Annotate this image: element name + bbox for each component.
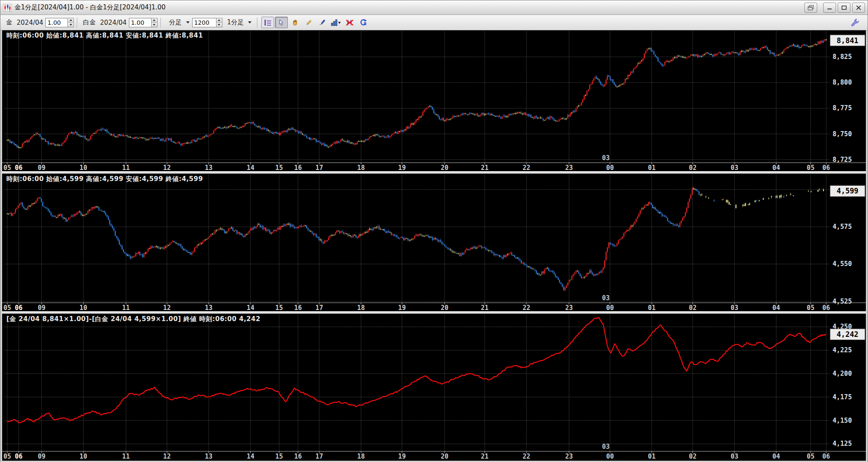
candle-body xyxy=(431,237,432,237)
candle-body xyxy=(619,86,620,86)
candle-body xyxy=(395,235,396,236)
pencil-draw-button[interactable] xyxy=(302,17,315,28)
close-button[interactable] xyxy=(852,3,865,13)
candle-body xyxy=(53,216,54,217)
candle-body xyxy=(522,263,523,263)
spread-chart-canvas[interactable]: 4,2504,2254,2004,1754,1504,1250506091011… xyxy=(2,314,866,461)
candle-body xyxy=(362,234,363,235)
trendline-draw-button[interactable] xyxy=(316,17,329,28)
cursor-select-button[interactable] xyxy=(275,17,288,28)
candle-body xyxy=(18,147,18,147)
candle-body xyxy=(403,130,404,132)
candle-body xyxy=(350,236,351,236)
candle-body xyxy=(455,117,456,117)
candle-body xyxy=(231,228,232,228)
platinum-multiplier-down-button[interactable] xyxy=(152,22,157,27)
candle-body xyxy=(281,132,282,133)
candlestick-clear-button[interactable] xyxy=(343,17,356,28)
candle-body xyxy=(682,218,683,221)
candle-body xyxy=(795,46,796,47)
candle-body xyxy=(454,116,455,117)
candle-body xyxy=(602,84,602,85)
candle-body xyxy=(474,115,475,115)
settings-wrench-button[interactable] xyxy=(849,17,862,28)
candle-body xyxy=(291,225,292,227)
candle-body xyxy=(643,58,643,61)
candle-body xyxy=(651,203,652,205)
gold-multiplier-input[interactable] xyxy=(45,18,67,27)
bar-count-down-button[interactable] xyxy=(216,22,222,27)
candle-body xyxy=(400,130,401,132)
candle-body xyxy=(664,62,665,65)
float-window-button[interactable] xyxy=(804,3,817,13)
candle-body xyxy=(494,253,494,255)
svg-text:R: R xyxy=(364,22,366,26)
candle-body xyxy=(751,48,751,50)
hand-pan-button[interactable] xyxy=(289,17,301,28)
maximize-icon xyxy=(842,6,847,10)
candle-body xyxy=(31,136,32,138)
time-axis-label: 12 xyxy=(163,304,171,311)
candle-body xyxy=(105,213,106,216)
candle-body xyxy=(148,249,149,251)
candle-body xyxy=(288,224,289,225)
candle-body xyxy=(544,120,545,120)
gold-multiplier-up-button[interactable] xyxy=(68,18,73,23)
bar-chart-menu-button[interactable] xyxy=(330,17,342,28)
candle-body xyxy=(27,140,28,142)
candle-body xyxy=(165,139,166,141)
bar-count-input[interactable] xyxy=(192,18,216,27)
candle-body xyxy=(102,129,103,129)
candle-body xyxy=(473,114,474,115)
maximize-button[interactable] xyxy=(838,3,850,13)
candle-body xyxy=(533,269,534,269)
time-axis-label: 21 xyxy=(481,304,488,311)
candle-body xyxy=(7,140,8,140)
candle-body xyxy=(199,243,200,244)
candle-body xyxy=(521,113,522,114)
minimize-button[interactable] xyxy=(823,3,836,13)
candle-body xyxy=(808,46,809,47)
candle-body xyxy=(112,134,113,135)
candle-body xyxy=(398,132,399,134)
candle-body xyxy=(310,231,311,232)
time-axis-label: 00 xyxy=(606,304,614,311)
candle-body xyxy=(286,224,286,226)
candle-body xyxy=(816,44,817,45)
candle-body xyxy=(418,117,419,120)
candle-body xyxy=(818,190,818,192)
candle-body xyxy=(338,141,339,143)
candle-body xyxy=(708,53,709,54)
candle-body xyxy=(429,237,430,237)
time-axis-label: 21 xyxy=(481,164,488,171)
bar-type-dropdown[interactable]: 分足 xyxy=(165,18,191,27)
platinum-multiplier-up-button[interactable] xyxy=(152,18,157,23)
candle-body xyxy=(670,61,671,62)
candle-body xyxy=(217,128,218,128)
platinum-chart-canvas[interactable]: 4,6004,5754,5504,52505060910111213141516… xyxy=(2,174,866,311)
gold-multiplier-down-button[interactable] xyxy=(68,22,73,27)
chevron-down-icon xyxy=(186,21,190,23)
bar-count-up-button[interactable] xyxy=(216,18,222,23)
candle-body xyxy=(123,135,124,136)
candle-body xyxy=(612,79,613,83)
gold-chart-canvas[interactable]: 8,8258,8008,7758,7508,725050609101112131… xyxy=(2,30,866,171)
platinum-multiplier-input[interactable] xyxy=(129,18,151,27)
candle-body xyxy=(354,235,355,236)
candle-body xyxy=(574,273,575,274)
interval-dropdown[interactable]: 1分足 xyxy=(223,18,254,27)
refresh-button[interactable]: R xyxy=(357,17,370,28)
candle-body xyxy=(614,83,615,85)
chart-grid-settings-button[interactable] xyxy=(261,17,274,28)
candle-body xyxy=(109,133,110,135)
candle-body xyxy=(571,113,572,113)
candle-body xyxy=(14,143,15,144)
candle-body xyxy=(713,54,714,56)
candle-body xyxy=(489,251,490,251)
candle-body xyxy=(646,49,647,51)
candle-body xyxy=(596,76,597,79)
candle-body xyxy=(778,55,779,56)
candle-body xyxy=(42,139,43,139)
candle-body xyxy=(556,121,557,121)
candle-body xyxy=(64,140,65,142)
